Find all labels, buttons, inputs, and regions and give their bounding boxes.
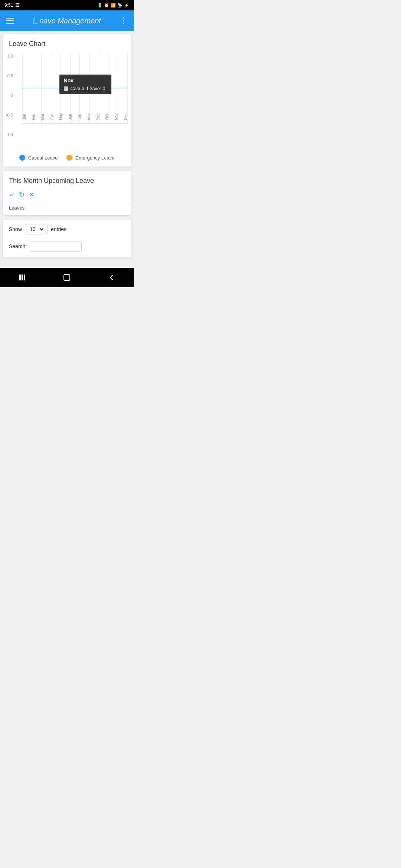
table-options-card: Show 10 25 50 100 entries Search:: [3, 220, 131, 257]
nav-home-button[interactable]: [59, 270, 74, 285]
x-label-feb: Feb: [32, 111, 36, 123]
status-right: 🔋 ⏰ 📶 📡 ⚡: [97, 3, 129, 8]
tooltip-month: Nov: [64, 78, 107, 83]
table-controls: ⤶ ↻ ✕: [3, 188, 131, 202]
show-entries-bar: Show 10 25 50 100 entries: [3, 220, 131, 239]
x-label-may: May: [59, 111, 63, 123]
nav-back-button[interactable]: [104, 270, 119, 285]
search-label: Search:: [9, 243, 27, 249]
svg-rect-3: [64, 274, 70, 280]
logo-letter: L: [32, 15, 39, 27]
leave-chart-card: Leave Chart 1.0 0.5 0 -0.5 -1.0: [3, 34, 131, 167]
legend-emergency-label: Emergency Leave: [75, 155, 114, 161]
chart-container: 1.0 0.5 0 -0.5 -1.0: [3, 51, 131, 167]
chart-legend: Casual Leave Emergency Leave: [6, 150, 128, 164]
chart-plot-area: Nov Casual Leave: 0 Jan Feb Mar Apr May: [22, 54, 128, 124]
refresh-button[interactable]: ↻: [19, 191, 25, 199]
app-bar: L eave Management ⋮: [0, 10, 134, 31]
search-input[interactable]: [30, 241, 82, 251]
tooltip-swatch: [64, 86, 68, 91]
show-label: Show: [9, 226, 22, 232]
y-label-2: 0.5: [7, 73, 13, 78]
entries-label: entries: [51, 226, 66, 232]
legend-emergency-leave: Emergency Leave: [66, 155, 114, 161]
svg-rect-1: [22, 274, 23, 280]
column-header-leaves: Leaves: [3, 202, 131, 215]
legend-casual-leave: Casual Leave: [19, 155, 58, 161]
wifi-icon: 📶: [111, 3, 116, 8]
x-label-mar: Mar: [41, 111, 45, 123]
x-label-jul: Jul: [78, 111, 82, 123]
signal-icon: 📡: [117, 3, 123, 8]
status-left: 9:51 🖼: [4, 3, 20, 8]
tooltip-row: Casual Leave: 0: [64, 86, 107, 91]
legend-casual-label: Casual Leave: [28, 155, 58, 161]
upcoming-leave-title: This Month Upcoming Leave: [3, 171, 131, 188]
y-label-4: -0.5: [6, 113, 13, 117]
x-label-apr: Apr: [50, 111, 54, 123]
photo-icon: 🖼: [15, 3, 20, 8]
nav-recents-button[interactable]: [15, 270, 30, 285]
hamburger-menu-button[interactable]: [6, 18, 14, 24]
main-content: Leave Chart 1.0 0.5 0 -0.5 -1.0: [0, 31, 134, 265]
x-label-aug: Aug: [87, 111, 91, 123]
legend-casual-dot: [19, 155, 25, 161]
search-bar: Search:: [3, 240, 131, 257]
bottom-nav: [0, 268, 134, 287]
app-title: L eave Management: [32, 15, 101, 27]
clear-button[interactable]: ✕: [29, 191, 35, 199]
columns-visibility-button[interactable]: ⤶: [9, 191, 14, 199]
alarm-icon: ⏰: [104, 3, 109, 8]
status-bar: 9:51 🖼 🔋 ⏰ 📶 📡 ⚡: [0, 0, 134, 10]
chart-tooltip: Nov Casual Leave: 0: [59, 75, 111, 94]
chart-y-axis: 1.0 0.5 0 -0.5 -1.0: [6, 54, 15, 137]
y-label-1: 1.0: [7, 54, 13, 58]
legend-emergency-dot: [66, 155, 72, 161]
app-title-text: eave Management: [39, 17, 101, 25]
x-label-nov: Nov: [114, 111, 118, 123]
x-label-oct: Oct: [105, 111, 109, 123]
status-time: 9:51: [4, 3, 13, 8]
chart-x-axis: Jan Feb Mar Apr May Jun Jul Aug Sep Oct …: [22, 109, 128, 123]
x-label-sep: Sep: [96, 111, 100, 123]
svg-rect-2: [24, 274, 25, 280]
svg-rect-0: [19, 274, 21, 280]
x-label-jan: Jan: [22, 111, 26, 123]
battery-icon: ⚡: [124, 3, 129, 8]
more-options-button[interactable]: ⋮: [119, 16, 128, 26]
upcoming-leave-card: This Month Upcoming Leave ⤶ ↻ ✕ Leaves: [3, 171, 131, 215]
chart-wrap: 1.0 0.5 0 -0.5 -1.0: [6, 54, 128, 150]
battery-saver-icon: 🔋: [97, 3, 102, 8]
y-label-3: 0: [11, 93, 13, 98]
y-label-5: -1.0: [6, 132, 13, 137]
entries-select[interactable]: 10 25 50 100: [28, 226, 45, 233]
entries-select-wrapper[interactable]: 10 25 50 100: [25, 224, 48, 234]
x-label-jun: Jun: [68, 111, 72, 123]
x-label-dec: Dec: [124, 111, 128, 123]
leave-chart-title: Leave Chart: [3, 34, 131, 51]
tooltip-text: Casual Leave: 0: [71, 86, 105, 91]
